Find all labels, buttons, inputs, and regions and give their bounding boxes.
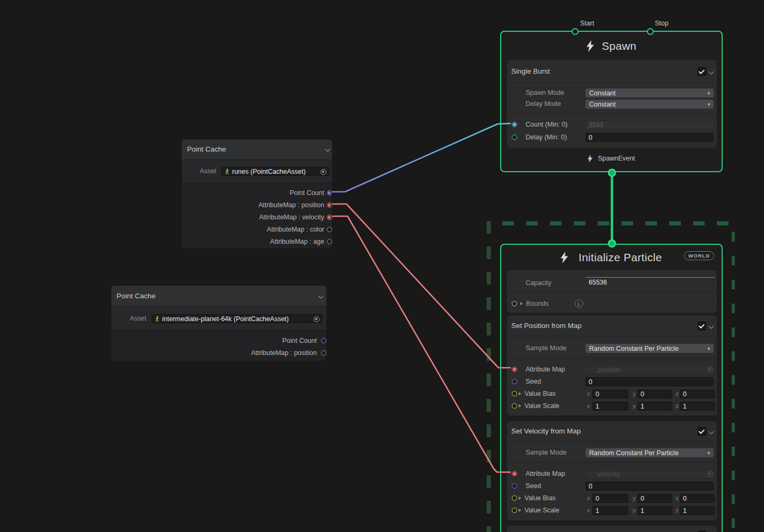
attributemap-position-output-port[interactable] — [327, 202, 332, 208]
attribute-map-field[interactable]: velocity — [585, 469, 714, 478]
attribute-map-input-port[interactable] — [512, 471, 517, 476]
single-burst-enabled-checkbox[interactable] — [698, 67, 706, 76]
count-label: Count (Min: 0) — [526, 120, 567, 129]
object-picker-icon[interactable] — [707, 367, 713, 373]
collapse-icon[interactable] — [325, 147, 331, 152]
count-field[interactable]: 3583 — [585, 120, 714, 129]
delay-field[interactable]: 0 — [585, 133, 714, 142]
seed-field[interactable]: 0 — [585, 482, 714, 491]
value-scale-y-field[interactable]: 1 — [637, 506, 672, 515]
value-bias-expander-icon[interactable] — [519, 392, 521, 395]
bounds-input-port[interactable] — [512, 301, 517, 306]
value-bias-z-field[interactable]: 0 — [680, 389, 715, 398]
value-scale-expander-icon[interactable] — [519, 509, 521, 512]
count-input-port[interactable] — [512, 122, 517, 127]
capacity-field[interactable]: 65536 — [585, 278, 715, 287]
attribute-map-input-port[interactable] — [512, 367, 517, 372]
value-bias-x: 0 — [596, 495, 599, 502]
set-position-from-map-block[interactable]: Set Position from Map Sample Mode Random… — [507, 315, 717, 415]
initialize-particle-node[interactable]: Initialize Particle WORLD Capacity 65536… — [500, 244, 723, 532]
sample-mode-dropdown[interactable]: Random Constant Per Particle ▾ — [585, 448, 714, 457]
seed-input-port[interactable] — [512, 483, 517, 489]
delay-label: Delay (Min: 0) — [526, 133, 567, 142]
flow-port-stop[interactable] — [647, 28, 654, 35]
wire-position-to-attributemap — [333, 204, 510, 368]
seed-value: 0 — [589, 378, 592, 386]
bounds-expander-icon[interactable] — [520, 302, 523, 305]
delay-input-port[interactable] — [512, 135, 517, 140]
value-bias-z-field[interactable]: 0 — [680, 494, 715, 503]
delay-value: 0 — [589, 134, 592, 141]
delay-mode-dropdown[interactable]: Constant ▾ — [585, 100, 714, 109]
axis-y-label: y — [633, 494, 636, 503]
single-burst-block[interactable]: Single Burst Spawn Mode Constant ▾ Delay… — [507, 60, 717, 148]
value-scale-label: Value Scale — [525, 506, 559, 515]
flow-port-start[interactable] — [572, 28, 579, 35]
collapse-icon[interactable] — [318, 294, 324, 299]
attribute-map-field[interactable]: position — [585, 365, 714, 374]
bounds-space-toggle[interactable]: L — [575, 299, 583, 308]
attributemap-age-output-port[interactable] — [327, 239, 332, 244]
seed-value: 0 — [589, 483, 592, 490]
value-bias-input-port[interactable] — [512, 495, 517, 501]
value-scale-z-field[interactable]: 1 — [680, 402, 715, 411]
value-scale-x-field[interactable]: 1 — [592, 402, 628, 411]
value-scale-z-field[interactable]: 1 — [680, 506, 715, 515]
point-count-output-port[interactable] — [321, 338, 326, 343]
value-bias-expander-icon[interactable] — [519, 496, 521, 500]
set-velocity-collapse-icon[interactable] — [709, 429, 714, 435]
lightning-icon — [561, 252, 568, 263]
axis-y-label: y — [633, 506, 636, 515]
point-count-output-port[interactable] — [327, 190, 332, 196]
asset-object-field[interactable]: intermediate-planet-64k (PointCacheAsset… — [152, 314, 323, 323]
point-cache-asset-icon — [154, 316, 160, 322]
output-label: Point Count — [282, 336, 317, 345]
position-sphere-block[interactable]: Position (Sphere) — [507, 526, 717, 532]
point-cache-runes-node[interactable]: Point Cache Asset runes (PointCacheAsset… — [181, 139, 333, 249]
set-position-enabled-checkbox[interactable] — [698, 322, 706, 330]
attributemap-color-output-port[interactable] — [327, 227, 332, 232]
spawn-context-node[interactable]: Start Stop Spawn Single Burst Spawn Mode… — [500, 31, 723, 172]
axis-z-label: z — [676, 389, 679, 398]
value-scale-y-field[interactable]: 1 — [637, 402, 672, 411]
value-scale-input-port[interactable] — [512, 403, 517, 409]
value-bias-x-field[interactable]: 0 — [592, 494, 628, 503]
object-picker-icon[interactable] — [314, 316, 319, 322]
output-label: AttributeMap : velocity — [259, 213, 324, 222]
point-cache-title: Point Cache — [117, 291, 156, 301]
asset-value: intermediate-planet-64k (PointCacheAsset… — [162, 315, 289, 323]
node-titlebar[interactable]: Point Cache — [111, 286, 326, 306]
value-bias-x-field[interactable]: 0 — [592, 389, 628, 398]
asset-object-field[interactable]: runes (PointCacheAsset) — [221, 167, 330, 176]
capacity-bounds-block: Capacity 65536 Bounds L — [507, 270, 717, 313]
spawn-mode-dropdown[interactable]: Constant ▾ — [585, 88, 714, 97]
set-velocity-from-map-block[interactable]: Set Velocity from Map Sample Mode Random… — [507, 421, 717, 520]
point-cache-planet-node[interactable]: Point Cache Asset intermediate-planet-64… — [111, 285, 327, 361]
set-position-collapse-icon[interactable] — [709, 324, 714, 329]
set-velocity-enabled-checkbox[interactable] — [698, 427, 706, 436]
set-position-title: Set Position from Map — [511, 321, 582, 331]
value-scale-expander-icon[interactable] — [519, 404, 521, 407]
sample-mode-value: Random Constant Per Particle — [589, 449, 679, 457]
seed-field[interactable]: 0 — [585, 377, 714, 386]
value-bias-z: 0 — [683, 391, 687, 398]
seed-input-port[interactable] — [512, 379, 517, 384]
space-badge[interactable]: WORLD — [684, 251, 714, 260]
capacity-label: Capacity — [526, 279, 552, 288]
single-burst-collapse-icon[interactable] — [709, 69, 714, 75]
attribute-map-hint: velocity — [598, 471, 620, 478]
value-scale-label: Value Scale — [525, 402, 559, 411]
value-scale-input-port[interactable] — [512, 508, 517, 513]
value-bias-y-field[interactable]: 0 — [637, 494, 672, 503]
object-picker-icon[interactable] — [707, 471, 713, 477]
node-titlebar[interactable]: Point Cache — [182, 139, 332, 159]
value-scale-x-field[interactable]: 1 — [592, 506, 628, 515]
axis-y-label: y — [633, 402, 636, 411]
sample-mode-dropdown[interactable]: Random Constant Per Particle ▾ — [585, 344, 714, 353]
attributemap-velocity-output-port[interactable] — [327, 215, 332, 220]
vfx-graph-canvas[interactable]: Start Stop Spawn Single Burst Spawn Mode… — [0, 0, 764, 532]
object-picker-icon[interactable] — [321, 169, 326, 175]
value-bias-input-port[interactable] — [512, 391, 517, 396]
attributemap-position-output-port[interactable] — [321, 350, 326, 356]
value-bias-y-field[interactable]: 0 — [637, 389, 672, 398]
